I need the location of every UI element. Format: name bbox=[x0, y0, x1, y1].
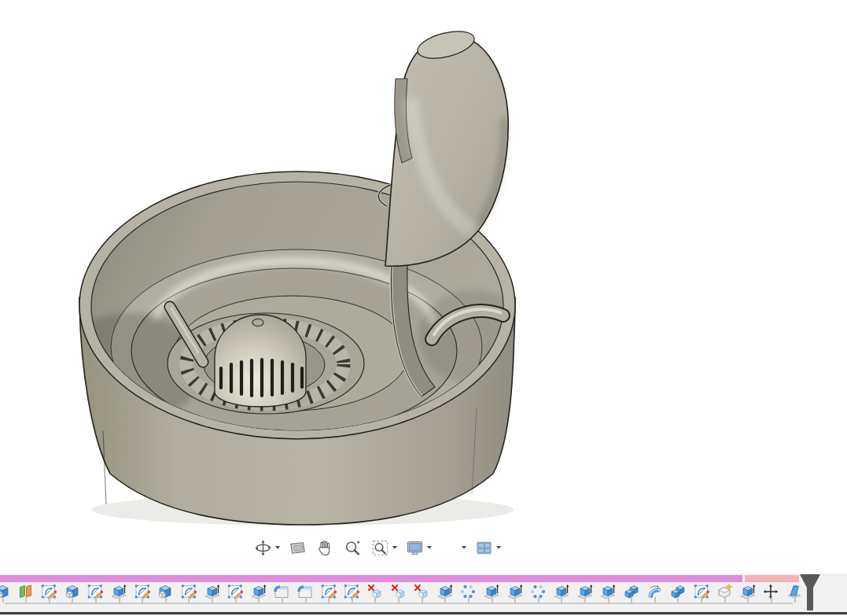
fit-to-view-icon bbox=[370, 538, 390, 558]
timeline-tick bbox=[2, 597, 4, 603]
timeline-panel bbox=[0, 574, 847, 616]
timeline-tick bbox=[49, 597, 50, 603]
timeline-tick bbox=[584, 597, 586, 603]
look-at-icon bbox=[288, 538, 307, 558]
timeline-tick bbox=[72, 597, 73, 603]
viewports-dropdown-arrow[interactable] bbox=[496, 546, 501, 549]
dome-top-hole bbox=[252, 319, 263, 326]
timeline-tick bbox=[398, 597, 400, 603]
timeline-tick bbox=[631, 597, 632, 603]
pan-hand-icon bbox=[315, 538, 335, 558]
timeline-tick bbox=[468, 597, 470, 603]
timeline-tick bbox=[235, 597, 237, 603]
timeline-tick bbox=[165, 597, 167, 603]
timeline-tick bbox=[677, 597, 679, 603]
viewports-button[interactable] bbox=[473, 537, 503, 559]
timeline-tick bbox=[561, 597, 562, 603]
timeline-tick bbox=[771, 597, 772, 603]
timeline-ruler-line bbox=[5, 603, 793, 604]
timeline-tick bbox=[374, 597, 376, 603]
view-navbar bbox=[252, 537, 503, 559]
timeline-group-2-bar[interactable] bbox=[745, 575, 799, 582]
timeline-tick bbox=[282, 597, 283, 603]
timeline-group-1-bar[interactable] bbox=[0, 575, 742, 582]
reamer-dome[interactable] bbox=[212, 315, 309, 408]
viewports-icon bbox=[474, 538, 494, 558]
model-canvas[interactable] bbox=[0, 0, 847, 574]
orbit-icon bbox=[253, 538, 273, 558]
3d-model[interactable] bbox=[0, 0, 847, 574]
timeline-tick bbox=[352, 597, 353, 603]
timeline-tick bbox=[142, 597, 143, 603]
display-settings-icon bbox=[405, 538, 425, 558]
timeline-bottom-border bbox=[0, 612, 847, 614]
timeline-tick bbox=[794, 597, 796, 603]
timeline-tick bbox=[654, 597, 656, 603]
timeline-tick bbox=[514, 597, 516, 603]
timeline-tick bbox=[538, 597, 540, 603]
timeline-tick bbox=[95, 597, 97, 603]
timeline-tick bbox=[188, 597, 190, 603]
timeline-tick bbox=[608, 597, 609, 603]
timeline-tick bbox=[258, 597, 260, 603]
timeline-tick bbox=[422, 597, 423, 603]
zoom-magnifier-icon bbox=[343, 538, 363, 558]
timeline-tick bbox=[119, 597, 120, 603]
timeline-tick bbox=[492, 597, 493, 603]
timeline-tick bbox=[328, 597, 330, 603]
grid-and-snaps-dropdown-arrow[interactable] bbox=[462, 546, 466, 549]
timeline-tick bbox=[701, 597, 702, 603]
fit-button[interactable] bbox=[369, 537, 399, 559]
timeline-tick bbox=[305, 597, 307, 603]
grid-and-snaps-button[interactable] bbox=[438, 537, 468, 559]
handle-blade[interactable] bbox=[385, 26, 508, 266]
look-at-button[interactable] bbox=[286, 537, 309, 559]
orbit-dropdown-arrow[interactable] bbox=[275, 546, 280, 549]
timeline-tick bbox=[25, 597, 27, 603]
fit-dropdown-arrow[interactable] bbox=[392, 546, 397, 549]
orbit-button[interactable] bbox=[252, 537, 282, 559]
display-settings-button[interactable] bbox=[403, 537, 433, 559]
timeline-feature-row bbox=[0, 583, 847, 600]
timeline-tick bbox=[747, 597, 749, 603]
pan-button[interactable] bbox=[314, 537, 337, 559]
grid-icon bbox=[440, 538, 459, 558]
timeline-playhead[interactable] bbox=[799, 574, 821, 611]
display-settings-dropdown-arrow[interactable] bbox=[427, 546, 432, 549]
timeline-tick bbox=[724, 597, 726, 603]
timeline-tick bbox=[212, 597, 213, 603]
zoom-button[interactable] bbox=[341, 537, 364, 559]
timeline-tick bbox=[444, 597, 446, 603]
